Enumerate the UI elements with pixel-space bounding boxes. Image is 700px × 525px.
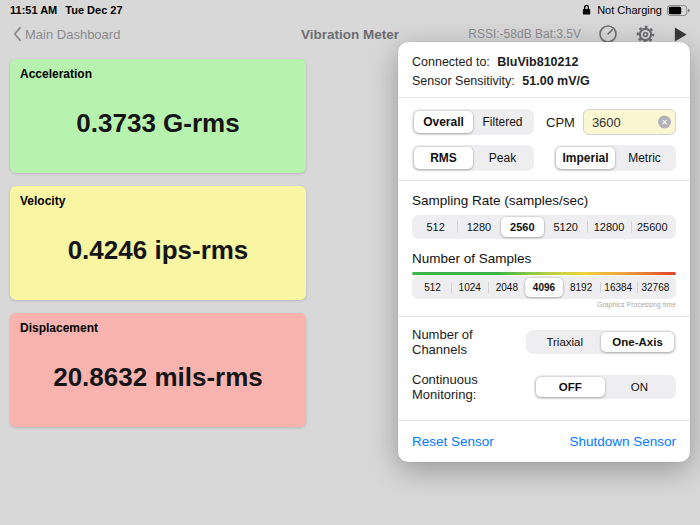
- segment-metric[interactable]: Metric: [615, 147, 674, 169]
- clear-icon[interactable]: ✕: [658, 116, 671, 129]
- segment-2048[interactable]: 2048: [488, 278, 525, 297]
- monitoring-segment: OFF ON: [534, 375, 676, 399]
- units-segment: Imperial Metric: [554, 145, 676, 171]
- velocity-card: Velocity 0.4246 ips-rms: [10, 186, 306, 300]
- sampling-rate-label: Sampling Rate (samples/sec): [412, 193, 676, 208]
- connected-to-line: Connected to: BluVib810212: [412, 55, 676, 69]
- segment-5120[interactable]: 5120: [544, 217, 587, 237]
- segment-16384[interactable]: 16384: [600, 278, 637, 297]
- channels-label: Number of Channels: [412, 327, 526, 357]
- card-title: Acceleration: [20, 67, 296, 81]
- settings-popover: Connected to: BluVib810212 Sensor Sensit…: [398, 42, 690, 462]
- segment-triaxial[interactable]: Triaxial: [528, 332, 601, 352]
- segment-off[interactable]: OFF: [536, 377, 605, 397]
- divider: [398, 420, 690, 421]
- displacement-value: 20.8632 mils-rms: [53, 362, 263, 393]
- segment-filtered[interactable]: Filtered: [473, 111, 532, 133]
- popover-footer: Reset Sensor Shutdown Sensor: [412, 434, 676, 449]
- battery-icon: [667, 5, 690, 16]
- segment-25600[interactable]: 25600: [631, 217, 674, 237]
- segment-1280[interactable]: 1280: [457, 217, 500, 237]
- connected-device-name: BluVib810212: [497, 55, 578, 69]
- gauge-icon[interactable]: [598, 24, 618, 44]
- displacement-card: Displacement 20.8632 mils-rms: [10, 313, 306, 427]
- sensitivity-value: 51.00 mV/G: [522, 74, 589, 88]
- card-title: Displacement: [20, 321, 296, 335]
- cpm-label: CPM: [546, 115, 575, 130]
- rotation-lock-icon: [581, 4, 592, 16]
- number-of-samples-label: Number of Samples: [412, 251, 676, 266]
- segment-1024[interactable]: 1024: [451, 278, 488, 297]
- status-date: Tue Dec 27: [65, 4, 122, 16]
- status-time: 11:51 AM: [10, 4, 57, 16]
- segment-12800[interactable]: 12800: [587, 217, 630, 237]
- processing-time-note: Graphics Processing time: [412, 301, 676, 308]
- sampling-rate-segment: 512 1280 2560 5120 12800 25600: [412, 215, 676, 239]
- divider: [398, 180, 690, 181]
- connected-to-label: Connected to:: [412, 55, 490, 69]
- battery-status-text: Not Charging: [597, 4, 662, 16]
- segment-rms[interactable]: RMS: [414, 147, 473, 169]
- divider: [398, 97, 690, 98]
- segment-one-axis[interactable]: One-Axis: [601, 332, 674, 352]
- shutdown-sensor-link[interactable]: Shutdown Sensor: [569, 434, 676, 449]
- segment-8192[interactable]: 8192: [563, 278, 600, 297]
- segment-512[interactable]: 512: [414, 278, 451, 297]
- rms-peak-segment: RMS Peak: [412, 145, 534, 171]
- status-bar: 11:51 AM Tue Dec 27 Not Charging: [0, 0, 700, 20]
- chevron-left-icon: [12, 26, 22, 42]
- sensitivity-label: Sensor Sensitivity:: [412, 74, 515, 88]
- segment-4096[interactable]: 4096: [525, 278, 562, 297]
- card-title: Velocity: [20, 194, 296, 208]
- telemetry-readout: RSSI:-58dB Bat:3.5V: [468, 27, 581, 41]
- segment-2560[interactable]: 2560: [501, 217, 544, 237]
- segment-overall[interactable]: Overall: [414, 111, 473, 133]
- segment-imperial[interactable]: Imperial: [556, 147, 615, 169]
- segment-peak[interactable]: Peak: [473, 147, 532, 169]
- acceleration-card: Acceleration 0.3733 G-rms: [10, 59, 306, 173]
- reset-sensor-link[interactable]: Reset Sensor: [412, 434, 494, 449]
- sensitivity-line: Sensor Sensitivity: 51.00 mV/G: [412, 74, 676, 88]
- segment-on[interactable]: ON: [605, 377, 674, 397]
- back-button[interactable]: Main Dashboard: [12, 26, 120, 42]
- acceleration-value: 0.3733 G-rms: [76, 108, 239, 139]
- segment-512[interactable]: 512: [414, 217, 457, 237]
- back-label: Main Dashboard: [25, 27, 120, 42]
- processing-time-gradient: [412, 272, 676, 275]
- monitoring-label: Continuous Monitoring:: [412, 372, 534, 402]
- overall-filtered-segment: Overall Filtered: [412, 109, 534, 135]
- velocity-value: 0.4246 ips-rms: [68, 235, 249, 266]
- divider: [398, 316, 690, 317]
- number-of-samples-segment: 512 1024 2048 4096 8192 16384 32768: [412, 276, 676, 299]
- play-icon[interactable]: [673, 26, 688, 43]
- segment-32768[interactable]: 32768: [637, 278, 674, 297]
- page-title: Vibration Meter: [301, 27, 399, 42]
- channels-segment: Triaxial One-Axis: [526, 330, 676, 354]
